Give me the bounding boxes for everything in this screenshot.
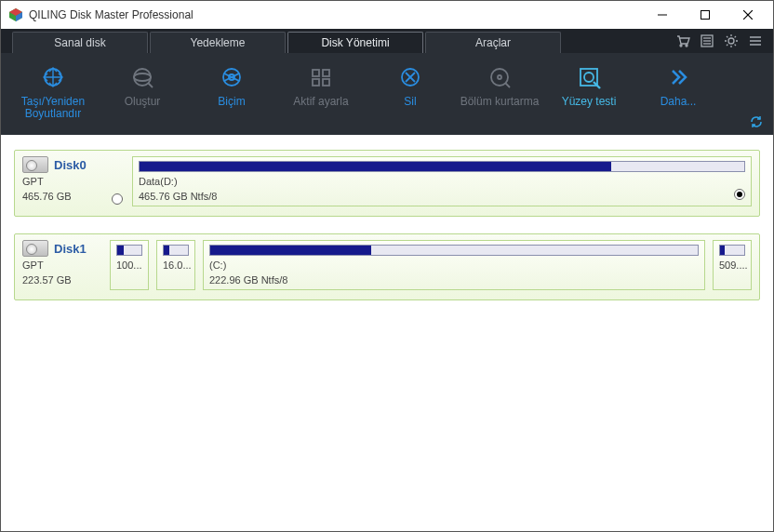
disk-scheme: GPT [22, 259, 102, 272]
window-title: QILING Disk Master Professional [29, 8, 641, 21]
tool-surface[interactable]: Yüzey testi [546, 60, 632, 108]
svg-line-32 [505, 83, 510, 87]
tool-label: Yüzey testi [546, 96, 632, 108]
toolbar: Taşı/Yeniden BoyutlandırOluşturBiçimAkti… [1, 53, 773, 135]
disk-name: Disk1 [54, 242, 87, 256]
partition-info: 465.76 GB Ntfs/8 [139, 191, 745, 202]
disk-scheme: GPT [22, 175, 102, 188]
usage-bar [139, 161, 745, 172]
refresh-icon[interactable] [749, 114, 764, 129]
settings-icon[interactable] [719, 29, 743, 53]
menu-icon[interactable] [743, 29, 767, 53]
svg-point-31 [498, 75, 501, 79]
svg-point-13 [728, 38, 734, 44]
partition-info: 100... [116, 259, 142, 271]
tool-label: Biçim [189, 96, 274, 108]
disk-size: 223.57 GB [22, 273, 102, 286]
svg-rect-26 [323, 79, 329, 86]
tool-label: Taşı/Yeniden Boyutlandır [10, 96, 96, 120]
disk-header: Disk0 GPT 465.76 GB [22, 156, 102, 206]
partition-info: 222.96 GB Ntfs/8 [209, 274, 699, 286]
partition[interactable]: 16.0... [156, 240, 195, 290]
partition-info: 509.... [719, 259, 745, 271]
close-button[interactable] [727, 1, 769, 29]
partition-label: Data(D:) [139, 176, 745, 187]
svg-rect-25 [313, 79, 319, 86]
tool-delete[interactable]: Sil [367, 60, 453, 108]
partition[interactable]: 100... [110, 240, 149, 290]
partitions: Data(D:) 465.76 GB Ntfs/8 [132, 156, 752, 206]
setactive-icon [278, 62, 364, 92]
tab-yedekleme[interactable]: Yedekleme [150, 32, 286, 53]
svg-rect-23 [313, 70, 319, 76]
partitions: 100... 16.0... (C:) 222.96 GB Ntfs/8 509… [110, 240, 752, 290]
tool-label: Sil [367, 96, 453, 108]
svg-line-20 [148, 83, 153, 87]
recovery-icon [457, 62, 542, 92]
tool-create[interactable]: Oluştur [100, 60, 185, 108]
create-icon [100, 62, 185, 92]
partition-info: 16.0... [163, 259, 189, 271]
svg-rect-4 [701, 11, 710, 20]
disk-size: 465.76 GB [22, 190, 102, 203]
usage-bar [209, 245, 699, 256]
partition[interactable]: 509.... [713, 240, 752, 290]
tool-label: Oluştur [100, 96, 185, 108]
cart-icon[interactable] [671, 29, 695, 53]
disk-card: Disk1 GPT 223.57 GB 100... 16.0... (C:) … [14, 233, 760, 300]
tab-ara-lar[interactable]: Araçlar [425, 32, 561, 53]
tool-label: Daha... [635, 96, 721, 108]
disk-radio[interactable] [112, 193, 123, 205]
hdd-icon [22, 240, 48, 257]
tab-sanal-disk[interactable]: Sanal disk [12, 32, 148, 53]
tool-move-resize[interactable]: Taşı/Yeniden Boyutlandır [10, 60, 96, 120]
move-resize-icon [10, 62, 96, 92]
partition[interactable]: (C:) 222.96 GB Ntfs/8 [203, 240, 705, 290]
svg-rect-24 [323, 70, 329, 76]
delete-icon [367, 62, 453, 92]
tool-setactive[interactable]: Aktif ayarla [278, 60, 364, 108]
tool-recovery[interactable]: Bölüm kurtarma [457, 60, 542, 108]
main-nav: Sanal diskYedeklemeDisk YönetimiAraçlar [1, 29, 773, 53]
usage-bar [163, 245, 189, 256]
minimize-button[interactable] [641, 1, 684, 29]
svg-point-19 [134, 73, 151, 81]
hdd-icon [22, 156, 48, 173]
partition-label: (C:) [209, 259, 699, 271]
disk-header: Disk1 GPT 223.57 GB [22, 240, 102, 290]
tool-format[interactable]: Biçim [189, 60, 274, 108]
partition-radio[interactable] [734, 189, 745, 200]
disk-list: Disk0 GPT 465.76 GB Data(D:) 465.76 GB N… [1, 135, 773, 332]
tool-label: Aktif ayarla [278, 96, 364, 108]
svg-point-35 [584, 73, 594, 82]
disk-card: Disk0 GPT 465.76 GB Data(D:) 465.76 GB N… [14, 150, 760, 217]
usage-bar [116, 245, 142, 256]
partition[interactable]: Data(D:) 465.76 GB Ntfs/8 [132, 156, 752, 206]
disk-name: Disk0 [54, 158, 87, 172]
list-icon[interactable] [695, 29, 719, 53]
tab-disk-y-netimi[interactable]: Disk Yönetimi [287, 32, 423, 53]
surface-icon [546, 62, 632, 92]
more-icon [635, 62, 721, 92]
svg-point-7 [680, 45, 682, 47]
tool-label: Bölüm kurtarma [457, 96, 542, 108]
usage-bar [719, 245, 745, 256]
titlebar: QILING Disk Master Professional [1, 1, 773, 29]
maximize-button[interactable] [684, 1, 727, 29]
app-logo-icon [8, 7, 23, 22]
svg-point-8 [686, 45, 687, 47]
format-icon [189, 62, 274, 92]
tool-more[interactable]: Daha... [635, 60, 721, 108]
